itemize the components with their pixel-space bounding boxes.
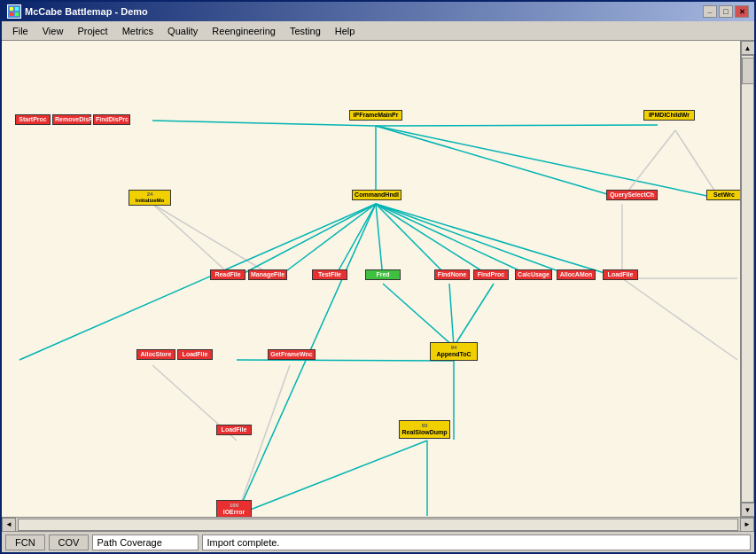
node-getframewnc[interactable]: GetFrameWnc	[268, 349, 316, 360]
node-setwrc[interactable]: SetWrc	[706, 190, 740, 200]
node-fred[interactable]: Fred	[365, 269, 401, 280]
svg-line-17	[376, 204, 449, 278]
node-startproc[interactable]: StartProc	[15, 114, 51, 125]
node-loadfile2[interactable]: LoadFile	[177, 349, 213, 360]
svg-line-29	[19, 204, 376, 360]
svg-line-6	[376, 125, 658, 126]
svg-line-7	[376, 126, 622, 199]
scroll-right-button[interactable]: ►	[740, 518, 754, 532]
node-loadfile1[interactable]: LoadFile	[603, 269, 638, 280]
scroll-up-button[interactable]: ▲	[741, 41, 755, 55]
node-loadfile3[interactable]: LoadFile	[216, 425, 252, 435]
path-coverage-label: Path Coverage	[92, 534, 199, 550]
status-bar: FCN COV Path Coverage Import complete.	[2, 531, 754, 552]
menu-bar: File View Project Metrics Quality Reengi…	[2, 21, 754, 41]
svg-line-14	[277, 204, 376, 278]
svg-line-18	[376, 204, 494, 278]
title-bar-left: McCabe Battlemap - Demo	[7, 4, 148, 19]
svg-line-8	[376, 126, 720, 199]
node-ioerror[interactable]: 100IOError	[216, 500, 252, 517]
svg-line-10	[675, 130, 720, 199]
svg-line-15	[334, 204, 376, 278]
scroll-thumb-right[interactable]	[742, 58, 754, 84]
menu-help[interactable]: Help	[328, 24, 362, 38]
svg-line-19	[376, 204, 536, 278]
node-managefile[interactable]: ManageFile	[248, 269, 287, 280]
status-message: Import complete.	[202, 534, 751, 550]
node-removedisp[interactable]: RemoveDisPr	[52, 114, 91, 125]
node-commandhnd[interactable]: CommandHndl	[352, 190, 401, 200]
node-calcusage[interactable]: CalcUsage	[515, 269, 552, 280]
svg-line-4	[152, 121, 376, 126]
svg-line-11	[152, 204, 234, 278]
svg-line-26	[237, 441, 427, 515]
svg-line-35	[383, 284, 454, 347]
node-realslowdump[interactable]: 93RealSlowDump	[399, 420, 450, 439]
window-controls	[703, 5, 749, 18]
fcn-button[interactable]: FCN	[5, 534, 45, 550]
svg-line-28	[237, 365, 290, 515]
svg-line-13	[234, 204, 376, 278]
node-allocamon[interactable]: AllocAMon	[557, 269, 596, 280]
svg-line-12	[152, 204, 277, 278]
scrollbar-bottom: ◄ ►	[2, 517, 754, 531]
node-findproc[interactable]: FindProc	[473, 269, 509, 280]
node-testfile[interactable]: TestFile	[312, 269, 347, 280]
svg-rect-2	[10, 12, 13, 16]
cov-button[interactable]: COV	[49, 534, 90, 550]
node-initializem[interactable]: 24InitializeMo	[129, 190, 171, 206]
main-area: StartProc RemoveDisPr FindDisPrc IPFrame…	[2, 41, 754, 517]
node-ipmdichild[interactable]: IPMDIChildWr	[643, 110, 695, 121]
svg-line-21	[376, 204, 622, 278]
scrollbar-right: ▲ ▼	[740, 41, 754, 517]
menu-metrics[interactable]: Metrics	[115, 24, 160, 38]
svg-rect-0	[10, 7, 13, 11]
close-button[interactable]	[735, 5, 749, 18]
main-window: McCabe Battlemap - Demo File View Projec…	[0, 0, 756, 554]
graph-canvas[interactable]: StartProc RemoveDisPr FindDisPrc IPFrame…	[2, 41, 740, 517]
svg-line-9	[622, 130, 675, 199]
svg-line-34	[454, 284, 494, 347]
menu-quality[interactable]: Quality	[160, 24, 205, 38]
menu-testing[interactable]: Testing	[283, 24, 328, 38]
minimize-button[interactable]	[703, 5, 717, 18]
svg-line-32	[622, 278, 737, 360]
maximize-button[interactable]	[719, 5, 733, 18]
app-icon	[7, 4, 21, 19]
title-bar: McCabe Battlemap - Demo	[2, 2, 754, 21]
scroll-left-button[interactable]: ◄	[2, 518, 16, 532]
scroll-track-bottom[interactable]	[18, 519, 738, 531]
menu-reengineering[interactable]: Reengineering	[205, 24, 283, 38]
svg-line-20	[376, 204, 578, 278]
node-readfile[interactable]: ReadFile	[210, 269, 246, 280]
node-appendtoc[interactable]: 94AppendToC	[430, 342, 478, 361]
window-title: McCabe Battlemap - Demo	[25, 6, 148, 17]
node-findnone[interactable]: FindNone	[434, 269, 470, 280]
menu-file[interactable]: File	[5, 24, 35, 38]
scroll-track-right[interactable]	[741, 55, 754, 503]
node-finddisp[interactable]: FindDisPrc	[93, 114, 130, 125]
svg-rect-1	[15, 7, 19, 11]
svg-line-33	[449, 284, 454, 347]
scroll-down-button[interactable]: ▼	[741, 503, 755, 517]
menu-view[interactable]: View	[35, 24, 71, 38]
svg-line-16	[376, 204, 383, 278]
menu-project[interactable]: Project	[70, 24, 114, 38]
node-ipframemain[interactable]: IPFrameMainPr	[349, 110, 402, 121]
node-queryselect[interactable]: QuerySelectCh	[606, 190, 658, 200]
node-allocstore[interactable]: AllocStore	[136, 349, 175, 360]
svg-rect-3	[15, 12, 19, 16]
